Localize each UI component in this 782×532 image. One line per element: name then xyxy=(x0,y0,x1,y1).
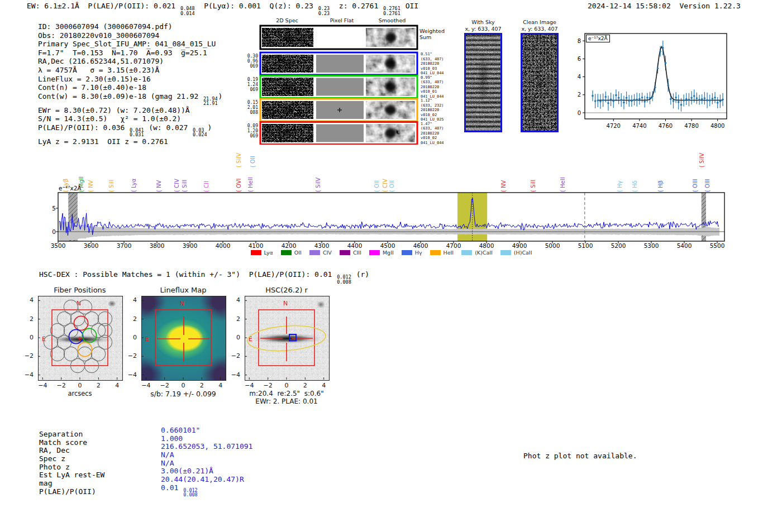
y-tick-label: 0 xyxy=(578,110,581,116)
legend-swatch xyxy=(369,250,380,255)
meta-line: 20180220 xyxy=(421,131,454,136)
info-line-4: RA,Dec (216.652344,51.071079) xyxy=(38,57,222,66)
meta-line: v010_01 xyxy=(421,89,454,94)
x-tick-label: 0 xyxy=(280,382,293,389)
smoothed-source xyxy=(385,33,397,42)
y-tick-label: 5 xyxy=(52,205,56,212)
smoothed-source xyxy=(385,129,396,138)
row-meta-0: 0.51"(633, 407)20180220v010_03041_LU_044 xyxy=(421,52,454,76)
fiber-positions-title: Fiber Positions xyxy=(38,286,122,294)
meta-line: 0.51" xyxy=(421,52,454,57)
x-tick-label: 4 xyxy=(214,382,227,389)
line-legend: LyαOIICIVCIIIMgIIHγHeII(K)CaII(H)CaII xyxy=(58,250,724,256)
data-point xyxy=(717,102,719,104)
legend-swatch xyxy=(281,250,292,255)
meta-line: v010_02 xyxy=(421,136,454,141)
weight-line: 069 xyxy=(246,133,258,138)
x-tick-label: −4 xyxy=(36,382,49,389)
weight-line: 0.15 xyxy=(246,100,258,105)
data-point xyxy=(618,97,620,99)
data-point xyxy=(654,87,656,89)
fiber-circle xyxy=(50,347,64,361)
line-label-siiv: ( SiIV xyxy=(699,153,705,167)
col-header-pixel-flat: Pixel Flat xyxy=(316,17,368,23)
data-point xyxy=(667,84,669,87)
data-point xyxy=(673,100,675,102)
x-tick-label: 4 xyxy=(317,382,331,389)
stacked-uncertainty: 21.9421.91 xyxy=(203,97,218,106)
sub-value: 0.014 xyxy=(180,11,195,16)
sub-value: 21.91 xyxy=(203,101,218,106)
stacked-uncertainty: 0.0410.031 xyxy=(129,128,145,137)
spacer xyxy=(671,2,680,10)
with-sky-coords: x, y: 633, 407 xyxy=(455,26,511,32)
row-meta-3: 1.47"(633, 407)20180220v010_02041_LU_044 xyxy=(421,122,454,146)
data-point xyxy=(594,100,597,102)
detection-info-block: ID: 3000607094 (3000607094.pdf)Obs: 2018… xyxy=(38,22,222,146)
legend-swatch xyxy=(430,250,441,255)
weight-line: 069 xyxy=(246,87,258,92)
fiber-xlabel: arcsecs xyxy=(38,390,122,397)
data-point xyxy=(646,97,649,99)
x-tick-label: 3600 xyxy=(84,242,99,249)
with-sky-title-text: With Sky xyxy=(455,19,511,26)
zoom-chart-ylabel: e⁻¹⁷x2Å xyxy=(586,35,610,42)
y-tick-label: −4 xyxy=(22,371,34,378)
table-row-label: Separation xyxy=(39,430,161,438)
info-line-5: λ = 4757Å σ = 3.15(±0.23)Å xyxy=(38,66,222,75)
table-row: P(LAE)/P(OII)0.01 0.0120.008 xyxy=(39,487,252,496)
x-tick-label: −4 xyxy=(242,382,256,389)
x-tick-label: 5400 xyxy=(677,242,692,249)
table-row: Separation0.660101" xyxy=(39,430,252,438)
meta-line: v010_03 xyxy=(421,66,454,71)
data-point xyxy=(620,99,622,101)
hsc-cutout-overlay: NE xyxy=(245,296,328,380)
x-tick-label: 5200 xyxy=(611,242,626,249)
hsc-xlabel: m:20.4 re:2.5" s:0.6" xyxy=(236,390,337,397)
y-tick-label: −4 xyxy=(126,371,137,378)
legend-label: HeII xyxy=(444,250,454,256)
data-point xyxy=(683,99,685,102)
weighted-sum-line: Sum xyxy=(419,34,445,40)
clean-image-title: Clean Image x, y: 633, 407 xyxy=(512,19,568,32)
line-label-oii: ( OII xyxy=(250,156,256,167)
x-tick-label: 2 xyxy=(298,382,312,389)
sub-value: 0.024 xyxy=(193,132,207,137)
plot-frame xyxy=(585,33,727,119)
meta-line: 1.12" xyxy=(421,98,454,103)
clean-image-coords: x, y: 633, 407 xyxy=(512,26,568,32)
table-row: mag20.44(20.41,20.47)R xyxy=(39,479,252,487)
source-smudge xyxy=(283,84,293,90)
data-point xyxy=(599,100,602,103)
info-line-7: Cont(n) = 7.10(±0.40)e-18 xyxy=(38,83,222,92)
legend-swatch xyxy=(340,250,350,255)
x-tick-label: 3700 xyxy=(117,242,132,249)
lineflux-xlabel: s/b: 7.19 +/- 0.099 xyxy=(133,390,233,398)
data-point xyxy=(651,95,654,97)
clean-image xyxy=(521,33,559,132)
data-point xyxy=(698,99,700,101)
legend-label: Hγ xyxy=(415,250,422,256)
data-point xyxy=(662,47,664,49)
table-row-label: P(LAE)/P(OII) xyxy=(39,487,161,496)
x-tick-label: 4780 xyxy=(684,123,698,129)
weight-line: 088 xyxy=(246,110,258,115)
weight-line: 1.20 xyxy=(246,128,258,133)
y-tick-label: 6 xyxy=(578,56,581,62)
source-smudge xyxy=(283,107,293,113)
data-point xyxy=(680,104,683,106)
legend-item-kcaii: (K)CaII xyxy=(461,250,493,256)
x-tick-label: 5100 xyxy=(578,242,593,249)
weight-line: 0.09 xyxy=(246,123,258,128)
version-label: Version 1.22.3 xyxy=(679,2,741,10)
sub-value: 0.008 xyxy=(183,492,198,497)
x-tick-label: 4800 xyxy=(479,242,494,249)
source-smudge xyxy=(283,60,293,67)
x-tick-label: 4200 xyxy=(282,242,297,249)
x-tick-label: 3900 xyxy=(183,242,198,249)
stacked-uncertainty: 0.0120.008 xyxy=(336,275,352,284)
y-tick-label: 0 xyxy=(229,334,240,341)
table-row-label: mag xyxy=(39,479,161,487)
data-point xyxy=(628,100,630,102)
compass-north: N xyxy=(283,300,288,307)
